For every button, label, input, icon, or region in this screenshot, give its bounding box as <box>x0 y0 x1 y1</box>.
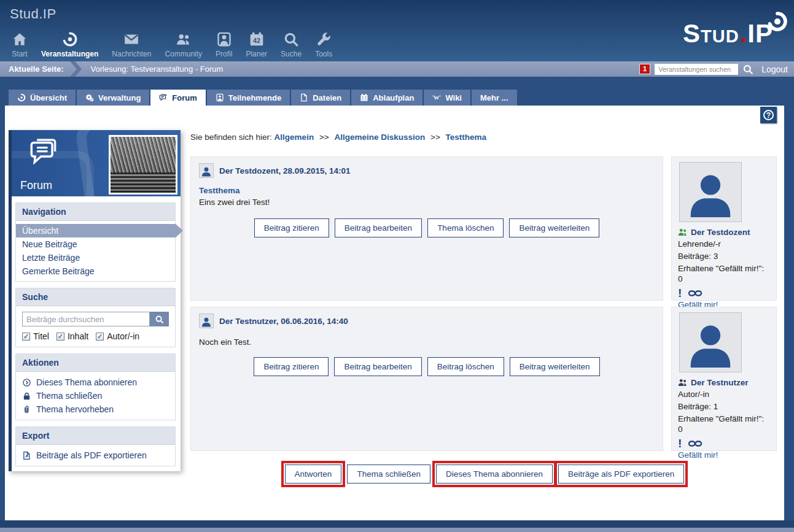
post-author-line[interactable]: Der Testnutzer, 06.06.2016, 14:40 <box>219 317 348 326</box>
gears-icon <box>85 93 94 102</box>
post-author-avatar[interactable] <box>199 314 214 328</box>
course-photo <box>109 135 177 195</box>
wiki-icon <box>432 93 441 102</box>
sidebar-item-letzte-beitraege[interactable]: Letzte Beiträge <box>16 251 175 264</box>
footer-strip <box>0 528 794 532</box>
breadcrumb-chevron-icon <box>69 61 85 77</box>
profile-avatar[interactable] <box>679 162 742 222</box>
sidebar-item-uebersicht[interactable]: Übersicht <box>16 224 176 237</box>
author-group-icon <box>678 379 688 387</box>
action-export-pdf[interactable]: Beiträge als PDF exportieren <box>16 449 175 462</box>
post-content: Der Testdozent, 28.09.2015, 14:01 Testth… <box>190 156 663 301</box>
action-subscribe-topic[interactable]: Dieses Thema abonnieren <box>16 376 175 389</box>
tab-forum[interactable]: Forum <box>150 90 205 106</box>
seminar-spiral-icon <box>62 29 78 47</box>
action-highlight-topic[interactable]: Thema hervorheben <box>16 403 175 416</box>
community-icon <box>176 29 192 47</box>
checkbox-titel[interactable]: ✓ Titel <box>22 331 49 341</box>
home-icon <box>12 29 28 47</box>
nav-item-community[interactable]: Community <box>158 29 209 58</box>
person-icon <box>201 166 212 177</box>
nav-item-veranstaltungen[interactable]: Veranstaltungen <box>34 29 105 58</box>
logo-red-dot: . <box>740 19 747 48</box>
breadcrumb-link-allgemeine-diskussion[interactable]: Allgemeine Diskussion <box>334 133 425 142</box>
actions-header: Aktionen <box>16 354 175 372</box>
tab-verwaltung[interactable]: Verwaltung <box>77 90 149 106</box>
profile-avatar[interactable] <box>679 312 742 372</box>
export-pdf-button[interactable]: Beiträge als PDF exportieren <box>558 465 684 484</box>
post-title: Testthema <box>199 186 655 195</box>
delete-topic-button[interactable]: Thema löschen <box>427 218 504 237</box>
checkbox-checked-icon: ✓ <box>22 333 30 341</box>
forum-search-button[interactable] <box>150 312 169 326</box>
tab-ablaufplan[interactable]: Ablaufplan <box>351 90 422 106</box>
forward-post-button[interactable]: Beitrag weiterleiten <box>510 357 600 376</box>
subscribe-icon <box>22 378 31 387</box>
profile-name-link[interactable]: Der Testdozent <box>678 228 770 237</box>
close-topic-button[interactable]: Thema schließen <box>347 465 430 484</box>
nav-item-tools[interactable]: Tools <box>308 29 339 58</box>
report-icon[interactable]: ! <box>678 439 682 448</box>
search-icon <box>155 315 164 324</box>
checkbox-inhalt[interactable]: ✓ Inhalt <box>56 331 88 341</box>
reply-button[interactable]: Antworten <box>285 465 342 484</box>
report-icon[interactable]: ! <box>678 289 682 298</box>
profile-post-count: Beiträge: 3 <box>678 251 770 261</box>
sidebar-item-neue-beitraege[interactable]: Neue Beiträge <box>16 237 175 251</box>
delete-post-button[interactable]: Beitrag löschen <box>427 357 504 376</box>
svg-text:42: 42 <box>253 37 260 44</box>
link-icon[interactable] <box>688 439 703 448</box>
like-link[interactable]: Gefällt mir! <box>678 450 770 460</box>
forum-post-2: Der Testnutzer, 06.06.2016, 14:40 Noch e… <box>190 307 777 451</box>
breadcrumb-link-allgemein[interactable]: Allgemein <box>274 133 314 142</box>
current-page-title: Vorlesung: Testveranstaltung - Forum <box>91 64 224 74</box>
brand-text: Stud.IP <box>10 6 56 22</box>
breadcrumb-link-testthema[interactable]: Testthema <box>446 133 487 142</box>
subscribe-topic-button[interactable]: Dieses Thema abonnieren <box>436 465 553 484</box>
nav-item-suche[interactable]: Suche <box>274 29 308 58</box>
nav-item-profil[interactable]: Profil <box>209 29 239 58</box>
post-author-line[interactable]: Der Testdozent, 28.09.2015, 14:01 <box>219 166 351 175</box>
quote-post-button[interactable]: Beitrag zitieren <box>254 357 329 376</box>
footer-bar <box>0 520 794 528</box>
checkbox-autor[interactable]: ✓ Autor/-in <box>96 331 139 341</box>
edit-post-button[interactable]: Beitrag bearbeiten <box>334 357 421 376</box>
profile-name-link[interactable]: Der Testnutzer <box>678 378 770 387</box>
logout-link[interactable]: Logout <box>761 64 788 74</box>
forum-search-input[interactable] <box>22 312 150 326</box>
sidebar-actions-box: Aktionen Dieses Thema abonnieren Thema s… <box>15 353 176 420</box>
post-content: Der Testnutzer, 06.06.2016, 14:40 Noch e… <box>190 307 663 451</box>
forward-post-button[interactable]: Beitrag weiterleiten <box>509 218 599 237</box>
mail-icon <box>123 29 139 47</box>
search-header: Suche <box>16 288 175 306</box>
nav-item-nachrichten[interactable]: Nachrichten <box>105 29 158 58</box>
action-close-topic[interactable]: Thema schließen <box>16 389 175 403</box>
profile-role: Lehrende/-r <box>678 239 770 249</box>
checkbox-checked-icon: ✓ <box>56 333 64 341</box>
link-icon[interactable] <box>688 289 703 298</box>
tab-mehr[interactable]: Mehr ... <box>472 90 517 106</box>
sidebar-item-gemerkte-beitraege[interactable]: Gemerkte Beiträge <box>16 264 175 278</box>
tab-uebersicht[interactable]: Übersicht <box>9 90 76 106</box>
participants-icon <box>216 93 224 102</box>
sidebar-search-box: Suche ✓ Titel ✓ Inhalt ✓ Autor/-in <box>15 288 176 347</box>
export-header: Export <box>16 427 175 445</box>
edit-post-button[interactable]: Beitrag bearbeiten <box>335 218 422 237</box>
pdf-export-icon <box>22 451 31 460</box>
tab-teilnehmende[interactable]: Teilnehmende <box>207 90 290 106</box>
top-header: Stud.IP Start Veranstaltungen Nachrichte… <box>0 0 794 61</box>
schedule-calendar-icon <box>360 93 368 102</box>
course-search-input[interactable] <box>655 64 738 75</box>
nav-item-start[interactable]: Start <box>5 29 34 58</box>
logo-swirl-icon <box>767 11 788 32</box>
forum-post-1: Der Testdozent, 28.09.2015, 14:01 Testth… <box>190 156 777 301</box>
nav-item-planer[interactable]: 42 Planer <box>239 29 274 58</box>
tab-dateien[interactable]: Dateien <box>291 90 350 106</box>
notification-badge[interactable]: 1 <box>639 64 650 74</box>
quote-post-button[interactable]: Beitrag zitieren <box>254 218 329 237</box>
tab-wiki[interactable]: Wiki <box>424 90 470 106</box>
overview-spiral-icon <box>17 93 26 102</box>
post-author-avatar[interactable] <box>199 163 214 178</box>
search-submit-icon[interactable] <box>742 64 753 75</box>
lecturer-group-icon <box>678 228 688 236</box>
